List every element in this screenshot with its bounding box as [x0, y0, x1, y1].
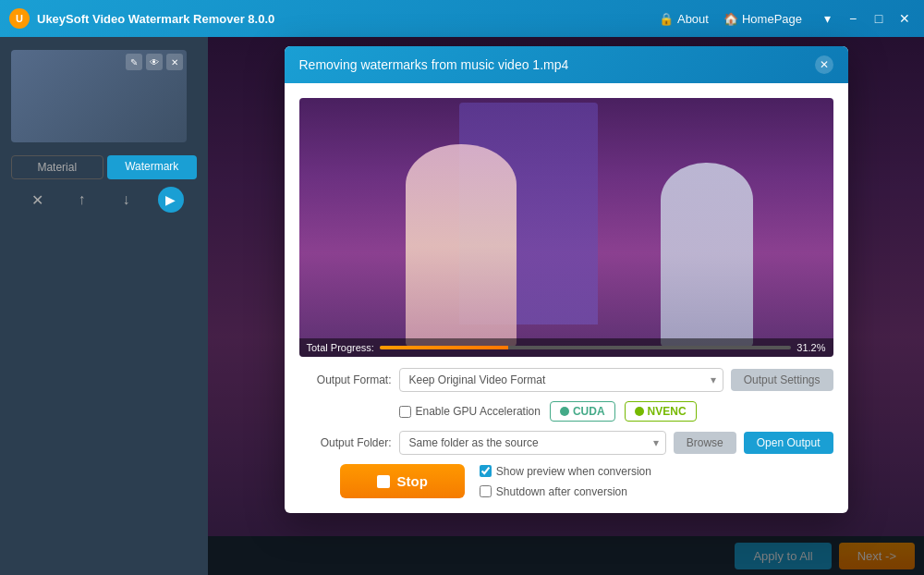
about-label: About — [677, 12, 709, 26]
sidebar-action-buttons: ✕ ↑ ↓ ▶ — [11, 187, 197, 213]
tab-material[interactable]: Material — [11, 155, 103, 179]
maximize-btn[interactable]: □ — [869, 8, 889, 29]
modal-figure-right — [661, 163, 753, 348]
sidebar: ✎ 👁 ✕ Material Watermark ✕ ↑ ↓ ▶ — [0, 37, 208, 575]
gpu-checkbox-label[interactable]: Enable GPU Acceleration — [399, 405, 541, 418]
minimize-btn[interactable]: − — [843, 8, 863, 29]
open-output-btn[interactable]: Open Output — [744, 432, 833, 454]
main-layout: ✎ 👁 ✕ Material Watermark ✕ ↑ ↓ ▶ — [0, 37, 924, 575]
show-preview-label[interactable]: Show preview when conversion — [480, 465, 651, 478]
shutdown-label[interactable]: Shutdown after conversion — [480, 485, 651, 498]
progress-percent: 31.2% — [796, 342, 825, 353]
content-area: 03:40.659 📷 🔊 Removing watermarks from m… — [208, 37, 924, 575]
close-btn[interactable]: ✕ — [894, 8, 915, 29]
nvenc-dot — [635, 407, 644, 416]
nvenc-badge: NVENC — [625, 401, 697, 422]
cuda-label: CUDA — [573, 405, 605, 418]
home-icon: 🏠 — [723, 12, 738, 26]
output-folder-label: Output Folder: — [299, 436, 392, 449]
stop-btn[interactable]: Stop — [340, 464, 465, 498]
modal-progress-fill — [380, 346, 508, 349]
stop-label: Stop — [397, 473, 428, 489]
thumb-close-icon[interactable]: ✕ — [166, 54, 183, 70]
gpu-checkbox[interactable] — [399, 406, 411, 418]
output-settings-btn[interactable]: Output Settings — [731, 369, 833, 391]
move-up-btn[interactable]: ↑ — [69, 187, 95, 213]
move-down-btn[interactable]: ↓ — [114, 187, 140, 213]
modal-progress-track — [380, 346, 791, 349]
output-format-select[interactable]: Keep Original Video Format — [399, 368, 723, 392]
conversion-modal: Removing watermarks from music video 1.m… — [285, 46, 848, 513]
lock-icon: 🔒 — [659, 12, 674, 26]
modal-video-preview: Total Progress: 31.2% — [299, 98, 833, 357]
nav-items: 🔒 About 🏠 HomePage — [659, 12, 802, 26]
view-icon[interactable]: 👁 — [146, 54, 163, 70]
modal-overlay: Removing watermarks from music video 1.m… — [208, 37, 924, 575]
output-folder-select[interactable]: Same folder as the source — [399, 431, 666, 455]
modal-title: Removing watermarks from music video 1.m… — [299, 57, 569, 72]
dropdown-btn[interactable]: ▾ — [817, 8, 837, 29]
nav-homepage[interactable]: 🏠 HomePage — [723, 12, 802, 26]
show-preview-checkbox[interactable] — [480, 465, 492, 477]
app-logo: U — [9, 8, 30, 29]
window-controls: ▾ − □ ✕ — [817, 8, 915, 29]
modal-progress-bar: Total Progress: 31.2% — [299, 338, 833, 357]
conversion-options: Show preview when conversion Shutdown af… — [480, 465, 651, 498]
gpu-label: Enable GPU Acceleration — [416, 405, 541, 418]
sidebar-thumbnail-item: ✎ 👁 ✕ — [0, 44, 208, 148]
cuda-dot — [560, 407, 569, 416]
sidebar-tabs: Material Watermark — [11, 155, 197, 179]
edit-icon[interactable]: ✎ — [126, 54, 142, 70]
shutdown-checkbox[interactable] — [480, 485, 492, 497]
delete-item-btn[interactable]: ✕ — [25, 187, 51, 213]
nav-about[interactable]: 🔒 About — [659, 12, 709, 26]
play-btn[interactable]: ▶ — [158, 187, 184, 213]
output-folder-row: Output Folder: Same folder as the source… — [299, 431, 833, 455]
show-preview-text: Show preview when conversion — [496, 465, 651, 478]
thumb-overlay: ✎ 👁 ✕ — [126, 54, 183, 70]
modal-close-btn[interactable]: ✕ — [815, 55, 833, 74]
output-format-row: Output Format: Keep Original Video Forma… — [299, 368, 833, 392]
nvenc-label: NVENC — [648, 405, 687, 418]
stop-icon — [377, 475, 390, 488]
output-format-label: Output Format: — [299, 373, 392, 386]
title-bar: U UkeySoft Video Watermark Remover 8.0.0… — [0, 0, 924, 37]
logo-text: U — [16, 13, 23, 24]
output-format-select-wrap: Keep Original Video Format ▾ — [399, 368, 723, 392]
tab-watermark[interactable]: Watermark — [107, 155, 198, 179]
modal-figure-left — [406, 144, 517, 348]
output-folder-select-wrap: Same folder as the source ▾ — [399, 431, 666, 455]
cuda-badge: CUDA — [550, 401, 615, 422]
progress-label: Total Progress: — [307, 342, 374, 353]
app-title: UkeySoft Video Watermark Remover 8.0.0 — [37, 12, 659, 26]
homepage-label: HomePage — [742, 12, 802, 26]
stop-row: Stop Show preview when conversion Shutdo… — [299, 464, 833, 498]
modal-body: Total Progress: 31.2% Output Format: — [285, 83, 848, 513]
sidebar-thumbnail: ✎ 👁 ✕ — [11, 50, 187, 142]
browse-btn[interactable]: Browse — [674, 432, 736, 454]
gpu-acceleration-row: Enable GPU Acceleration CUDA NVENC — [299, 401, 833, 422]
shutdown-text: Shutdown after conversion — [496, 485, 627, 498]
modal-header: Removing watermarks from music video 1.m… — [285, 46, 848, 83]
